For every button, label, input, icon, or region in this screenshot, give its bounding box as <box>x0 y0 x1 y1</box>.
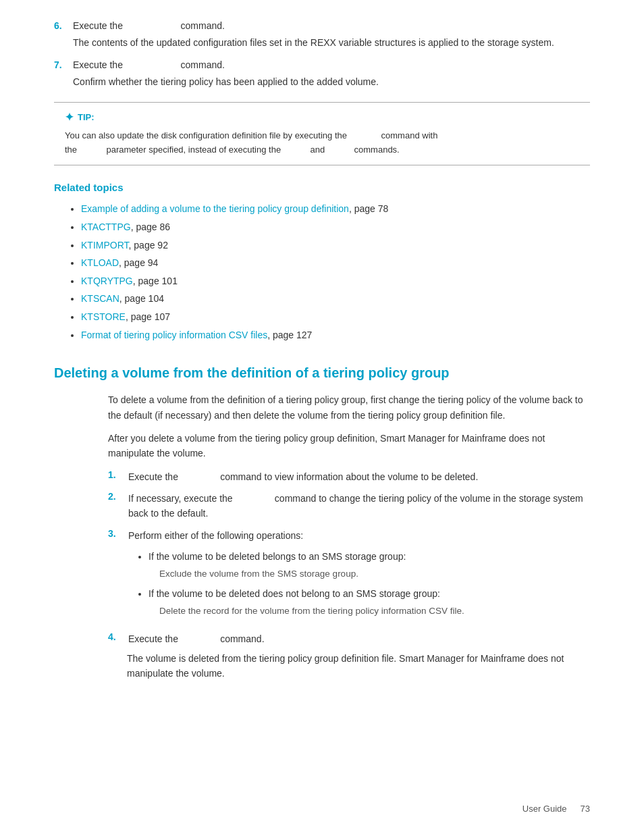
related-topics-list: Example of adding a volume to the tierin… <box>54 200 590 344</box>
delete-step-2: 2. If necessary, execute the command to … <box>108 491 590 521</box>
step-6-after: command. <box>181 20 225 31</box>
delete-step-3-number: 3. <box>108 528 122 625</box>
related-link-8[interactable]: Format of tiering policy information CSV… <box>81 330 267 340</box>
related-link-3[interactable]: KTIMPORT <box>81 240 129 251</box>
delete-step-3-bullets: If the volume to be deleted belongs to a… <box>128 548 590 619</box>
delete-step-2-number: 2. <box>108 491 122 521</box>
step-6-block: 6. Execute the command. The contents of … <box>54 20 590 50</box>
delete-step-1-desc: Execute the command to view information … <box>128 469 590 484</box>
bullet-no-sms-main: If the volume to be deleted does not bel… <box>149 588 440 599</box>
delete-step-2-desc: If necessary, execute the command to cha… <box>128 491 590 521</box>
related-link-4[interactable]: KTLOAD <box>81 257 119 268</box>
related-suffix-3: , page 92 <box>129 240 168 251</box>
tip-label: TIP: <box>78 112 95 122</box>
delete-step-3: 3. Perform either of the following opera… <box>108 528 590 625</box>
related-suffix-4: , page 94 <box>119 257 158 268</box>
related-suffix-1: , page 78 <box>349 203 388 214</box>
step-6-number: 6. <box>54 20 68 31</box>
step-7-after: command. <box>181 59 225 70</box>
delete-section-heading: Deleting a volume from the definition of… <box>54 364 590 382</box>
related-topics-section: Related topics Example of adding a volum… <box>54 182 590 344</box>
related-suffix-2: , page 86 <box>131 221 170 232</box>
page-content: 6. Execute the command. The contents of … <box>0 0 644 728</box>
related-suffix-7: , page 107 <box>126 311 170 322</box>
related-topics-title: Related topics <box>54 182 590 193</box>
bullet-sms-sub: Exclude the volume from the SMS storage … <box>159 569 358 579</box>
related-suffix-6: , page 104 <box>119 293 164 304</box>
delete-step-4: 4. Execute the command. <box>108 631 590 646</box>
delete-intro-2: After you delete a volume from the tieri… <box>108 431 590 461</box>
related-link-1[interactable]: Example of adding a volume to the tierin… <box>81 203 349 214</box>
list-item: KTQRYTPG, page 101 <box>81 272 590 290</box>
footer-page-number: 73 <box>581 804 590 814</box>
step-7-block: 7. Execute the command. Confirm whether … <box>54 59 590 89</box>
delete-intro-1: To delete a volume from the definition o… <box>108 392 590 423</box>
step-6-before: Execute the <box>73 20 123 31</box>
step-7-row: 7. Execute the command. <box>54 59 590 70</box>
delete-step-1-number: 1. <box>108 469 122 484</box>
related-link-6[interactable]: KTSCAN <box>81 293 119 304</box>
bullet-sms: If the volume to be deleted belongs to a… <box>149 548 590 582</box>
page-footer: User Guide 73 <box>522 804 590 814</box>
related-suffix-5: , page 101 <box>133 276 178 286</box>
related-link-2[interactable]: KTACTTPG <box>81 221 131 232</box>
delete-step-4-number: 4. <box>108 631 122 646</box>
footer-label: User Guide <box>522 804 567 814</box>
step-6-subtext: The contents of the updated configuratio… <box>73 35 590 50</box>
step-7-before: Execute the <box>73 59 123 70</box>
step-7-subtext: Confirm whether the tiering policy has b… <box>73 74 590 89</box>
list-item: KTSTORE, page 107 <box>81 308 590 326</box>
step-7-number: 7. <box>54 59 68 70</box>
step-6-text: Execute the command. <box>73 20 590 31</box>
tip-line1: You can also update the disk configurati… <box>65 130 437 140</box>
delete-step-4-desc: Execute the command. <box>128 631 590 646</box>
bullet-no-sms-sub: Delete the record for the volume from th… <box>159 606 464 616</box>
related-link-5[interactable]: KTQRYTPG <box>81 276 133 286</box>
step-6-row: 6. Execute the command. <box>54 20 590 31</box>
tip-line2: the parameter specified, instead of exec… <box>65 145 400 155</box>
list-item: KTLOAD, page 94 <box>81 254 590 272</box>
delete-step-3-desc: Perform either of the following operatio… <box>128 528 590 625</box>
bullet-sms-main: If the volume to be deleted belongs to a… <box>149 551 406 562</box>
bullet-no-sms: If the volume to be deleted does not bel… <box>149 585 590 619</box>
delete-step-4-subtext: The volume is deleted from the tiering p… <box>127 651 590 681</box>
tip-header: ✦ TIP: <box>65 111 579 124</box>
list-item: Format of tiering policy information CSV… <box>81 326 590 344</box>
tip-box: ✦ TIP: You can also update the disk conf… <box>54 102 590 166</box>
list-item: KTACTTPG, page 86 <box>81 218 590 236</box>
delete-step-1: 1. Execute the command to view informati… <box>108 469 590 484</box>
step-7-text: Execute the command. <box>73 59 590 70</box>
tip-sun-icon: ✦ <box>65 111 74 124</box>
tip-body: You can also update the disk configurati… <box>65 129 579 157</box>
list-item: KTSCAN, page 104 <box>81 290 590 308</box>
related-suffix-8: , page 127 <box>267 330 312 340</box>
list-item: KTIMPORT, page 92 <box>81 236 590 255</box>
list-item: Example of adding a volume to the tierin… <box>81 200 590 218</box>
related-link-7[interactable]: KTSTORE <box>81 311 126 322</box>
